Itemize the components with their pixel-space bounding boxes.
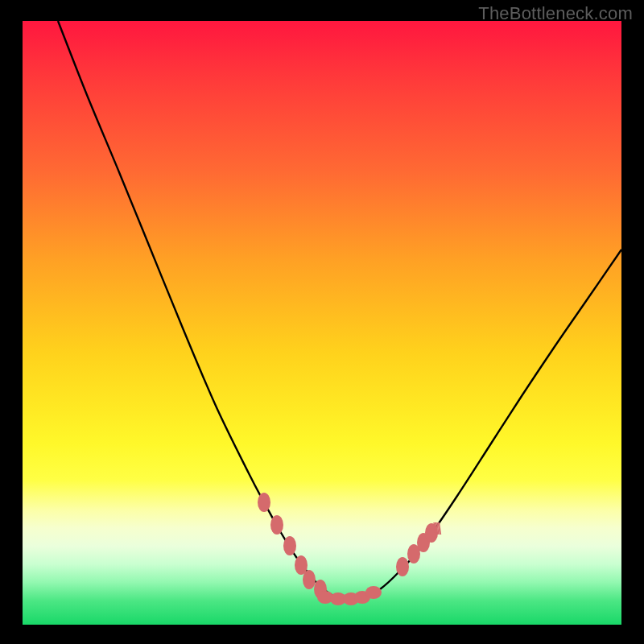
- chart-frame: [23, 21, 621, 625]
- marker-cluster-right: [396, 523, 438, 576]
- data-marker: [270, 515, 283, 535]
- data-marker: [303, 570, 316, 589]
- data-marker: [258, 493, 270, 512]
- marker-cluster-left: [258, 493, 327, 599]
- data-marker: [396, 557, 409, 576]
- marker-cluster-bottom: [317, 586, 382, 605]
- data-marker: [365, 586, 382, 599]
- chart-svg: [23, 21, 621, 625]
- bottleneck-curve: [58, 21, 621, 599]
- data-marker: [283, 536, 296, 555]
- marker-fuzz-right: [434, 522, 441, 535]
